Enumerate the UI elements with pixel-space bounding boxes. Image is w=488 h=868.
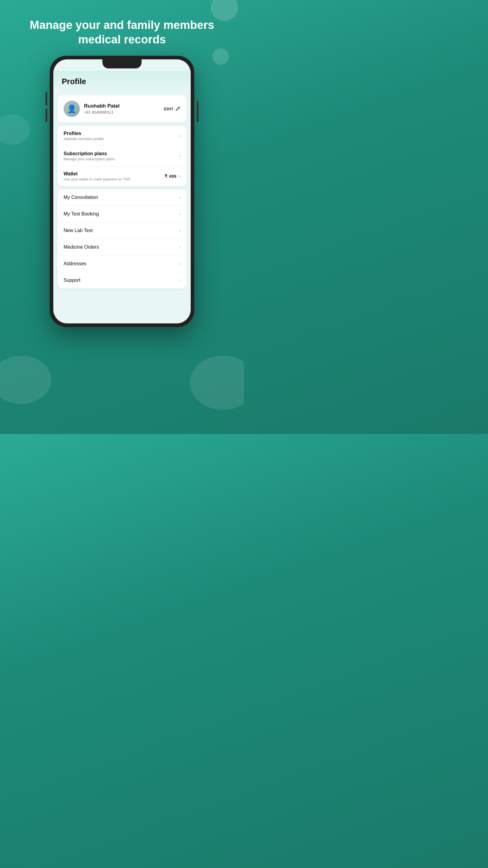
profile-details: Rushabh Patel +91 9549990511 [84, 103, 120, 115]
support-chevron-icon: › [179, 278, 181, 283]
menu-group-account: Profiles Add/edit members profile › Subs… [58, 126, 187, 186]
profile-card[interactable]: 👤 Rushabh Patel +91 9549990511 EDIT [58, 95, 187, 122]
wallet-label: Wallet [64, 171, 130, 177]
menu-item-profiles[interactable]: Profiles Add/edit members profile › [58, 126, 187, 146]
user-phone: +91 9549990511 [84, 110, 120, 115]
phone-frame: Profile 👤 Rushabh Patel +91 9549990511 [50, 56, 194, 327]
new-lab-test-chevron-icon: › [179, 228, 181, 233]
menu-item-subscription[interactable]: Subscription plans Manage your subscript… [58, 146, 187, 166]
profiles-label: Profiles [64, 131, 104, 136]
volume-down-button [45, 108, 47, 122]
phone-notch [102, 59, 141, 68]
menu-item-support[interactable]: Support › [58, 272, 187, 288]
profile-header: Profile [53, 71, 191, 92]
phone-mockup: Profile 👤 Rushabh Patel +91 9549990511 [50, 56, 194, 434]
decorative-bubble-mid-left [0, 115, 30, 145]
consultation-label: My Consultation [64, 195, 98, 200]
test-booking-label: My Test Booking [64, 211, 99, 217]
menu-item-wallet[interactable]: Wallet Use your wallet to make payment o… [58, 166, 187, 186]
menu-item-medicine-orders[interactable]: Medicine Orders › [58, 239, 187, 255]
subscription-label: Subscription plans [64, 151, 115, 156]
profiles-chevron-icon: › [179, 133, 181, 138]
wallet-amount: ₹ 499 [164, 174, 176, 179]
menu-item-new-lab-test[interactable]: New Lab Test › [58, 222, 187, 239]
menu-item-test-booking[interactable]: My Test Booking › [58, 206, 187, 222]
addresses-chevron-icon: › [179, 261, 181, 267]
medicine-orders-chevron-icon: › [179, 244, 181, 250]
wallet-sub: Use your wallet to make payment on THS [64, 177, 130, 181]
edit-label: EDIT [164, 107, 173, 111]
decorative-bubble-bottom-right [190, 355, 244, 410]
phone-screen: Profile 👤 Rushabh Patel +91 9549990511 [53, 59, 191, 323]
addresses-label: Addresses [64, 261, 87, 267]
menu-group-services: My Consultation › My Test Booking › New … [58, 189, 187, 288]
menu-item-addresses[interactable]: Addresses › [58, 255, 187, 272]
power-button [197, 101, 198, 122]
volume-up-button [45, 92, 47, 105]
subscription-sub: Manage your subscription plans [64, 157, 115, 161]
avatar: 👤 [64, 101, 80, 117]
support-label: Support [64, 278, 80, 283]
hero-title: Manage your and family members medical r… [0, 0, 244, 56]
wallet-chevron-icon: › [179, 174, 181, 179]
medicine-orders-label: Medicine Orders [64, 244, 99, 250]
edit-profile-button[interactable]: EDIT [164, 106, 181, 112]
menu-item-consultation[interactable]: My Consultation › [58, 189, 187, 206]
new-lab-test-label: New Lab Test [64, 228, 93, 233]
subscription-chevron-icon: › [179, 153, 181, 159]
screen-content: Profile 👤 Rushabh Patel +91 9549990511 [53, 59, 191, 288]
page-title: Profile [62, 77, 86, 86]
profiles-sub: Add/edit members profile [64, 137, 104, 141]
test-booking-chevron-icon: › [179, 211, 181, 217]
user-name: Rushabh Patel [84, 103, 120, 109]
decorative-bubble-bottom-left [0, 355, 51, 404]
edit-icon [175, 106, 181, 112]
profile-info: 👤 Rushabh Patel +91 9549990511 [64, 101, 120, 117]
consultation-chevron-icon: › [179, 195, 181, 200]
